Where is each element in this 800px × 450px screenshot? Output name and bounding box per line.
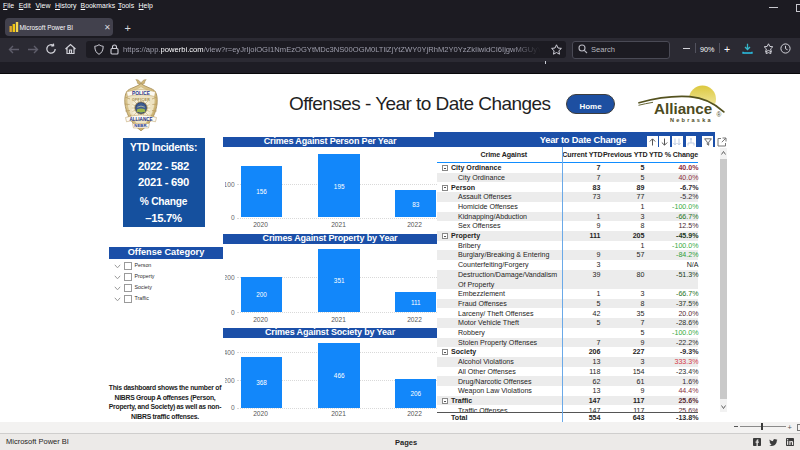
svg-text:POLICE: POLICE bbox=[132, 91, 151, 96]
svg-text:OFFICER: OFFICER bbox=[132, 98, 150, 102]
svg-text:®: ® bbox=[717, 111, 722, 118]
svg-text:Nebraska: Nebraska bbox=[670, 117, 713, 123]
svg-text:ALLIANCE: ALLIANCE bbox=[129, 117, 152, 122]
svg-text:NEBR.: NEBR. bbox=[134, 123, 147, 128]
svg-text:Alliance: Alliance bbox=[654, 100, 712, 117]
